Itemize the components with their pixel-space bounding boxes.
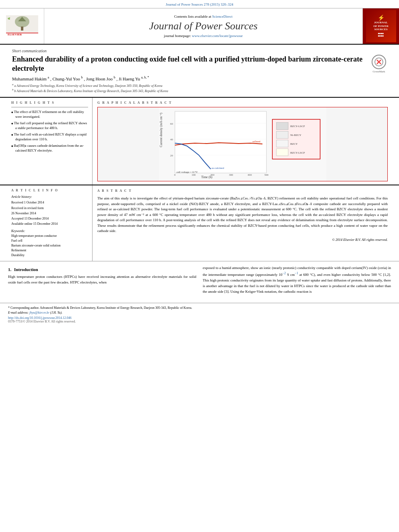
journal-reference-bar: Journal of Power Sources 278 (2015) 320–…	[0, 0, 399, 8]
svg-text:40: 40	[170, 138, 173, 141]
abstract-text: The aim of this study is to investigate …	[97, 196, 388, 234]
svg-text:cell voltage = 0.7V: cell voltage = 0.7V	[177, 171, 198, 174]
highlight-item-4: Ba(OH)₂ causes cathode delamination from…	[11, 144, 88, 153]
highlight-item-2: The fuel cell prepared using the refined…	[11, 121, 88, 131]
received-revised-text: Received in revised form	[11, 206, 44, 210]
svg-text:100: 100	[191, 173, 196, 176]
homepage-line: journal homepage: www.elsevier.com/locat…	[164, 34, 243, 38]
email-link[interactable]: jhyu@kier.re.kr	[29, 311, 49, 314]
abstract-label: A B S T R A C T	[97, 189, 388, 193]
svg-text:ELSEVIER: ELSEVIER	[8, 33, 22, 36]
svg-text:400: 400	[248, 173, 252, 176]
footer-section: * Corresponding author. Advanced Materia…	[0, 303, 399, 326]
crossmark-label: CrossMark	[372, 70, 385, 73]
article-info-label: A R T I C L E I N F O	[11, 189, 88, 192]
sciencedirect-link[interactable]: ScienceDirect	[212, 14, 232, 18]
svg-text:BZCY: BZCY	[290, 142, 298, 145]
graphical-abstract-column: G R A P H I C A L A B S T R A C T Curren…	[93, 98, 391, 185]
article-title-section: Short communication Enhanced durability …	[0, 45, 399, 98]
highlights-column: H I G H L I G H T S The effect of BZCY r…	[8, 98, 93, 185]
accepted-date: Accepted 13 December 2014	[11, 216, 88, 221]
crossmark-icon[interactable]	[372, 55, 386, 69]
header-section: 🌿 ELSEVIER Contents lists available at S…	[0, 8, 399, 45]
svg-text:BZCY-LSCF: BZCY-LSCF	[290, 151, 305, 154]
graphical-abstract-image: Current density (mA cm⁻²) Time (h) 60 40…	[97, 107, 388, 181]
svg-rect-28	[276, 123, 288, 130]
journal-reference: Journal of Power Sources 278 (2015) 320–…	[166, 2, 233, 6]
keywords-label: Keywords:	[11, 229, 88, 233]
svg-rect-32	[276, 140, 288, 147]
available-date: Available online 15 December 2014	[11, 222, 88, 226]
elsevier-logo: 🌿 ELSEVIER	[6, 15, 38, 37]
article-title: Enhanced durability of a proton conducti…	[12, 55, 367, 73]
body-left-col: 1. Introduction High temperature proton …	[8, 265, 196, 297]
body-right-col: exposed to a humid atmosphere, show an i…	[203, 265, 391, 297]
keyword-1: High temperature proton conductor	[11, 234, 88, 238]
highlights-graphical-section: H I G H L I G H T S The effect of BZCY r…	[0, 98, 399, 185]
svg-text:500: 500	[264, 173, 269, 176]
keyword-4: Refinement	[11, 248, 88, 253]
issn-line: 0378-7753/© 2014 Elsevier B.V. All right…	[8, 320, 391, 323]
body-two-col: 1. Introduction High temperature proton …	[8, 265, 391, 297]
keywords-section: Keywords: High temperature proton conduc…	[11, 229, 88, 258]
introduction-paragraph1-cont: exposed to a humid atmosphere, show an i…	[203, 265, 391, 295]
doi-line: http://dx.doi.org/10.1016/j.jpowsour.201…	[8, 316, 391, 320]
journal-badge-area: ⚡ JOURNALOF POWERSOURCES ■■■■■■■■	[363, 8, 399, 44]
svg-text:20: 20	[170, 154, 173, 157]
contents-available-line: Contents lists available at ScienceDirec…	[174, 14, 232, 18]
doi-link[interactable]: http://dx.doi.org/10.1016/j.jpowsour.201…	[8, 316, 72, 320]
highlight-item-3: The fuel cell with as-calcined BZCY disp…	[11, 132, 88, 142]
article-history-label: Article history:	[11, 195, 88, 199]
elsevier-logo-area: 🌿 ELSEVIER	[0, 8, 44, 44]
svg-text:Ni-BZCY: Ni-BZCY	[290, 134, 302, 137]
main-body-section: 1. Introduction High temperature proton …	[0, 261, 399, 301]
svg-rect-34	[276, 149, 288, 156]
svg-text:200: 200	[210, 173, 215, 176]
svg-rect-30	[276, 131, 288, 139]
keyword-2: Fuel cell	[11, 238, 88, 243]
journal-cover-badge: ⚡ JOURNALOF POWERSOURCES ■■■■■■■■	[366, 10, 396, 42]
article-info-column: A R T I C L E I N F O Article history: R…	[8, 185, 93, 261]
svg-text:refined: refined	[253, 140, 261, 143]
highlight-item-1: The effect of BZCY refinement on the cel…	[11, 110, 88, 119]
keyword-5: Durability	[11, 253, 88, 258]
article-title-row: Enhanced durability of a proton conducti…	[12, 55, 387, 73]
page: Journal of Power Sources 278 (2015) 320–…	[0, 0, 399, 532]
authors-line: Muhammad Hakim a , Chung-Yul Yoo b , Jon…	[12, 76, 387, 81]
svg-text:60: 60	[170, 122, 173, 125]
svg-text:Current density (mA cm⁻²): Current density (mA cm⁻²)	[159, 113, 163, 147]
abstract-chart-svg: Current density (mA cm⁻²) Time (h) 60 40…	[98, 107, 387, 181]
highlights-divider	[11, 107, 88, 107]
introduction-paragraph1: High temperature proton conductors (HTPC…	[8, 274, 196, 286]
svg-text:300: 300	[229, 173, 233, 176]
keyword-3: Barium zirconate-cerate solid solution	[11, 243, 88, 248]
affiliations: a a Advanced Energy Technology, Korea Un…	[12, 83, 387, 93]
journal-title: Journal of Power Sources	[149, 20, 258, 32]
received-date: Received 1 October 2014	[11, 200, 88, 205]
svg-text:as-calcined: as-calcined	[212, 167, 224, 170]
article-type-label: Short communication	[12, 49, 387, 53]
highlights-label: H I G H L I G H T S	[11, 101, 88, 105]
svg-text:🌿: 🌿	[8, 17, 10, 20]
email-line: E-mail address: jhyu@kier.re.kr (J.H. Yu…	[8, 311, 391, 314]
abstract-column: A B S T R A C T The aim of this study is…	[93, 185, 391, 261]
journal-header-center: Contents lists available at ScienceDirec…	[44, 8, 363, 44]
received-revised-date: 26 November 2014	[11, 211, 88, 216]
article-info-abstract-section: A R T I C L E I N F O Article history: R…	[0, 185, 399, 261]
received-revised-label: Received in revised form	[11, 206, 88, 210]
graphical-abstract-label: G R A P H I C A L A B S T R A C T	[97, 101, 388, 105]
crossmark-area: CrossMark	[371, 55, 387, 73]
copyright-line: © 2014 Elsevier B.V. All rights reserved…	[97, 237, 388, 242]
journal-homepage-link[interactable]: www.elsevier.com/locate/jpowsour	[192, 34, 243, 38]
corresponding-note: * Corresponding author. Advanced Materia…	[8, 306, 391, 310]
introduction-heading: 1. Introduction	[8, 267, 196, 272]
svg-text:BZCY-LSCF: BZCY-LSCF	[290, 125, 305, 128]
svg-text:0: 0	[174, 173, 176, 176]
svg-rect-3	[21, 27, 23, 31]
